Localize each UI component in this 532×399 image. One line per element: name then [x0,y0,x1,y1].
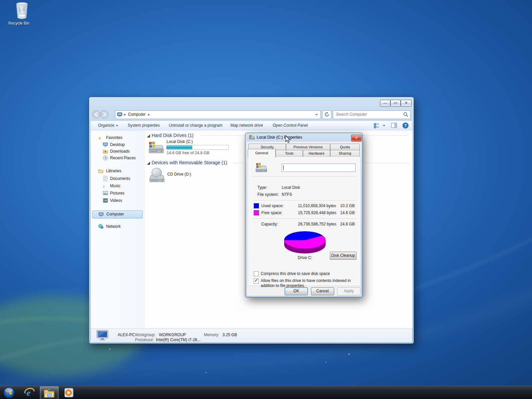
computer-icon [117,112,122,117]
sidebar-item-pictures[interactable]: Pictures [91,190,146,197]
compress-checkbox[interactable] [254,271,259,276]
drive-free-space: 14.6 GB free of 24.8 GB [167,151,209,155]
media-player-icon [64,387,74,398]
open-control-panel-button[interactable]: Open Control Panel [270,122,310,129]
capacity-label: Capacity: [261,222,278,226]
tab-quota[interactable]: Quota [330,144,360,151]
cancel-button[interactable]: Cancel [311,287,334,295]
cd-drive-item[interactable]: CD Drive (D:) [148,167,247,184]
sidebar-item-documents[interactable]: Documents [91,175,146,182]
refresh-icon [325,112,329,117]
maximize-button[interactable]: ▭ [390,100,401,107]
tab-sharing[interactable]: Sharing [330,150,360,157]
change-view-icon[interactable] [374,123,380,129]
address-dropdown-icon[interactable] [315,114,318,115]
drive-usage-bar [166,145,229,150]
computer-icon [98,212,104,217]
workgroup-label: Workgroup: [135,332,156,337]
index-checkbox[interactable] [254,279,259,284]
libraries-icon [98,168,103,174]
map-network-drive-button[interactable]: Map network drive [228,122,266,129]
recycle-bin[interactable]: Recycle Bin [5,2,33,26]
start-orb-icon [3,387,15,399]
back-button[interactable] [92,110,101,120]
system-properties-button[interactable]: System properties [125,122,163,129]
workgroup-value: WORKGROUP [159,332,186,337]
command-toolbar: Organize System properties Uninstall or … [91,121,412,131]
volume-label-field[interactable] [282,164,355,172]
close-button[interactable]: ✕ [401,100,412,107]
start-button[interactable] [1,386,17,399]
star-icon: ★ [98,135,103,140]
disk-cleanup-button[interactable]: Disk Cleanup [330,252,356,260]
document-icon [103,176,108,181]
search-box[interactable]: Search Computer [333,110,411,119]
memory-value: 3.25 GB [222,332,237,337]
downloads-folder-icon [103,149,108,154]
apply-button[interactable]: Apply [337,287,360,295]
separator [253,200,356,201]
group-header-hdd[interactable]: Hard Disk Drives (1) [152,133,194,138]
dialog-title: Local Disk (C:) Properties [257,135,302,140]
recycle-bin-icon [14,2,30,19]
memory-label: Memory: [204,332,219,337]
sidebar-item-desktop[interactable]: Desktop [91,141,146,148]
group-collapse-icon[interactable]: ◢ [147,133,150,138]
tab-tools[interactable]: Tools [276,150,303,157]
sidebar-item-libraries[interactable]: Libraries [91,168,146,174]
group-collapse-icon[interactable]: ◢ [147,161,150,165]
tab-previous-versions[interactable]: Previous Versions [286,144,330,151]
refresh-button[interactable] [322,110,332,119]
preview-pane-icon[interactable] [391,123,397,128]
free-space-label: Free space: [261,210,282,215]
forward-button[interactable] [100,110,109,120]
cd-drive-icon [148,167,165,183]
type-value: Local Disk [282,185,300,190]
sidebar-item-music[interactable]: ♪ Music [91,183,146,189]
videos-icon [103,198,108,203]
tab-general[interactable]: General [248,149,276,158]
taskbar-media-player-button[interactable] [61,386,77,399]
network-globe-icon [98,224,103,229]
pictures-icon [103,191,108,196]
used-space-size: 10.2 GB [340,203,355,208]
sidebar-item-recent-places[interactable]: Recent Places [91,155,146,161]
properties-dialog: Local Disk (C:) Properties ✕ Security Pr… [245,133,363,298]
tab-hardware[interactable]: Hardware [303,150,330,157]
organize-button[interactable]: Organize [95,122,121,129]
sidebar-item-downloads[interactable]: Downloads [91,148,146,155]
free-space-size: 14.6 GB [340,210,355,215]
taskbar-ie-button[interactable]: e [21,386,38,399]
breadcrumb[interactable]: Computer [128,112,146,117]
uninstall-program-button[interactable]: Uninstall or change a program [166,122,225,129]
dialog-body: Security Previous Versions Quota General… [247,142,361,296]
sidebar-item-videos[interactable]: Videos [91,197,146,204]
address-bar[interactable]: ▸ Computer ▸ [115,110,321,119]
music-note-icon: ♪ [103,183,108,188]
minimize-button[interactable]: — [380,100,390,107]
help-icon[interactable]: ? [402,122,409,129]
sidebar-item-network[interactable]: Network [91,223,146,230]
mouse-cursor [285,135,291,143]
breadcrumb-arrow-icon: ▸ [124,112,126,117]
computer-name: ALEX-PC [118,332,135,337]
compress-label: Compress this drive to save disk space [261,271,330,276]
ok-button[interactable]: OK [285,287,308,295]
cd-drive-name: CD Drive (D:) [167,172,191,177]
sidebar-item-computer-selected[interactable]: Computer [92,210,143,218]
general-tab-page: Type: Local Disk File system: NTFS Used … [248,157,361,286]
details-pane: ALEX-PC Workgroup: WORKGROUP Memory: 3.2… [91,329,412,342]
taskbar: e 10: [0,386,532,399]
separator [253,218,356,219]
computer-large-icon [96,330,109,342]
filesystem-label: File system: [257,192,279,197]
drive-usage-fill [167,145,192,149]
taskbar-explorer-button[interactable] [40,386,59,399]
group-header-removable[interactable]: Devices with Removable Storage (1) [152,160,227,165]
search-placeholder: Search Computer [336,112,367,117]
sidebar-item-favorites[interactable]: ★ Favorites [91,134,146,141]
dialog-close-button[interactable]: ✕ [351,135,362,142]
svg-text:?: ? [404,123,407,128]
search-icon[interactable] [403,112,408,117]
view-dropdown-icon[interactable] [383,125,385,126]
